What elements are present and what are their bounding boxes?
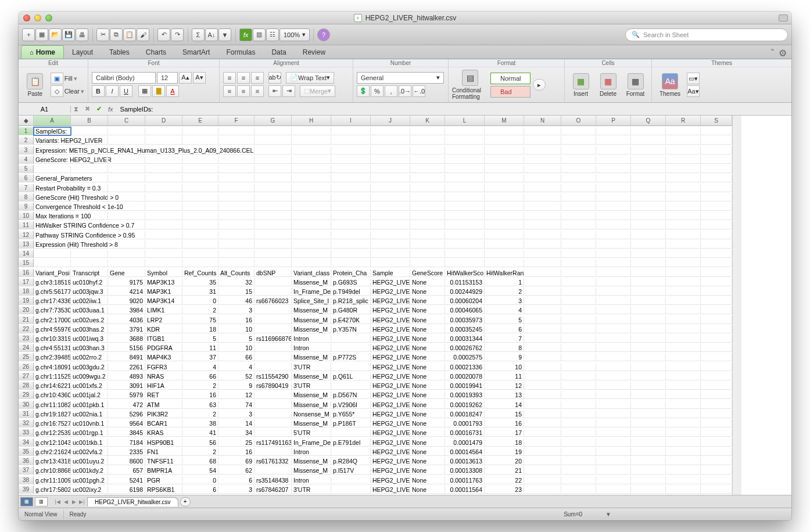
cell[interactable]: 16 [485, 419, 524, 427]
cell[interactable]: rs35148438 [255, 476, 292, 484]
fill-button[interactable]: ▣ [51, 73, 63, 84]
cell[interactable]: KDR [145, 325, 182, 333]
cell[interactable]: 2 [182, 448, 218, 456]
cell[interactable] [445, 174, 485, 182]
cell[interactable]: 3 [218, 410, 255, 418]
font-name-select[interactable]: Calibri (Body) [92, 72, 156, 84]
cell[interactable] [561, 448, 596, 456]
cell[interactable] [524, 240, 561, 249]
cell[interactable]: dbSNP [255, 269, 292, 277]
cell[interactable] [701, 429, 732, 437]
cell[interactable] [561, 363, 596, 371]
cell[interactable] [485, 221, 524, 229]
cell[interactable] [561, 231, 596, 239]
cell[interactable]: Splice_Site_I [292, 297, 331, 305]
cell[interactable]: None [410, 297, 445, 305]
cell[interactable] [524, 410, 561, 418]
cell[interactable]: g.chr10:4360 [34, 391, 71, 399]
cell[interactable] [631, 297, 666, 305]
col-header[interactable]: S [701, 116, 732, 126]
cell[interactable] [701, 146, 732, 154]
cell[interactable] [445, 127, 485, 135]
cell[interactable] [71, 259, 108, 267]
cell[interactable] [292, 212, 331, 220]
cell[interactable]: 10 [218, 344, 255, 352]
cell[interactable] [631, 278, 666, 286]
cell[interactable] [410, 156, 445, 164]
row-header[interactable]: 33 [19, 429, 34, 437]
number-format-select[interactable]: General▾ [357, 72, 444, 84]
cell[interactable]: g.chr3:18519 [34, 278, 71, 286]
cell[interactable] [108, 203, 145, 211]
cell[interactable]: HEPG2_LIVE [371, 438, 410, 447]
cell[interactable] [145, 221, 182, 229]
cell[interactable] [596, 212, 631, 220]
cell[interactable]: 0.0001479 [445, 438, 485, 447]
cell[interactable] [485, 231, 524, 239]
cell[interactable] [701, 448, 732, 456]
inc-decimal-button[interactable]: .0→ [399, 85, 411, 97]
cell[interactable] [485, 259, 524, 267]
cell[interactable] [145, 136, 182, 145]
cell[interactable]: HitWalkerRank [485, 269, 524, 277]
cell[interactable]: None [410, 382, 445, 390]
cell[interactable]: None [410, 391, 445, 399]
col-header[interactable]: M [485, 116, 524, 126]
cell[interactable] [666, 221, 701, 229]
cell[interactable]: 6 [182, 486, 218, 494]
cell[interactable] [371, 156, 410, 164]
cell[interactable]: Variant_Posi [34, 269, 71, 277]
cell[interactable]: 3'UTR [292, 382, 331, 390]
sort-button[interactable]: A↓ [205, 28, 218, 41]
cell[interactable] [631, 184, 666, 192]
cell[interactable]: 3'UTR [292, 486, 331, 494]
cell[interactable]: Pathway STRING Confidence > 0.95 [34, 231, 71, 239]
cell[interactable] [524, 127, 561, 135]
cell[interactable] [631, 457, 666, 465]
cell[interactable] [371, 212, 410, 220]
cell[interactable] [596, 221, 631, 229]
cell[interactable] [561, 391, 596, 399]
cell[interactable]: 3 [485, 297, 524, 305]
cell[interactable]: 32 [218, 278, 255, 286]
cell[interactable] [331, 382, 371, 390]
cell[interactable]: HEPG2_LIVE [371, 287, 410, 296]
cell[interactable]: Ref_Counts [182, 269, 218, 277]
cell[interactable] [331, 363, 371, 371]
dec-decimal-button[interactable]: ←.0 [413, 85, 425, 97]
cell[interactable] [485, 156, 524, 164]
col-header[interactable]: H [292, 116, 331, 126]
row-header[interactable]: 4 [19, 156, 34, 164]
cell[interactable] [666, 476, 701, 484]
cell[interactable] [631, 165, 666, 173]
cell[interactable] [596, 231, 631, 239]
cell[interactable] [524, 486, 561, 494]
cell[interactable] [182, 156, 218, 164]
cancel-formula-button[interactable]: ✖ [81, 105, 93, 113]
cell[interactable] [485, 127, 524, 135]
cell[interactable]: 38 [182, 419, 218, 427]
cell[interactable] [524, 221, 561, 229]
cell[interactable] [145, 146, 182, 154]
cell[interactable] [631, 127, 666, 135]
cell[interactable]: None [410, 438, 445, 447]
cell[interactable]: Convergence Threshold < 1e-10 [34, 203, 71, 211]
cell[interactable]: None [410, 287, 445, 296]
cell[interactable] [410, 203, 445, 211]
cell[interactable] [255, 231, 292, 239]
cell[interactable]: KRAS [145, 429, 182, 437]
cell[interactable] [666, 335, 701, 343]
cell[interactable] [561, 174, 596, 182]
cell[interactable] [524, 146, 561, 154]
cell[interactable] [255, 136, 292, 145]
cell[interactable]: MAP4K3 [145, 353, 182, 361]
cell[interactable]: 14 [218, 419, 255, 427]
font-color-button[interactable]: A [166, 85, 179, 97]
cell[interactable] [631, 174, 666, 182]
italic-button[interactable]: I [106, 85, 119, 97]
cell[interactable] [218, 203, 255, 211]
cell[interactable]: HEPG2_LIVE [371, 448, 410, 456]
cell[interactable] [445, 259, 485, 267]
cell[interactable]: BMPR1A [145, 466, 182, 475]
cell[interactable] [596, 165, 631, 173]
